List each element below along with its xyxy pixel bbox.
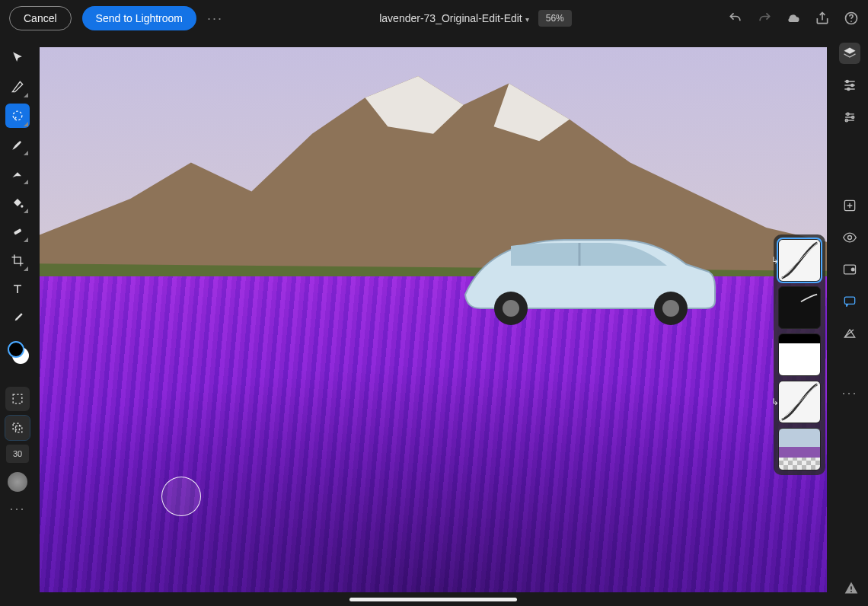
cancel-button[interactable]: Cancel [9,6,72,30]
svg-rect-5 [13,394,22,403]
svg-point-16 [847,88,850,90]
layer-properties-icon[interactable] [839,75,860,96]
layer-thumbnails-panel[interactable]: ↳ ↳ [774,234,825,475]
selection-add-mode[interactable] [5,387,30,411]
move-tool[interactable] [5,46,30,70]
cloud-icon[interactable] [786,11,801,26]
adjustments-icon[interactable] [839,107,860,128]
mask-icon[interactable] [839,259,860,280]
svg-line-25 [779,240,820,281]
svg-line-26 [779,381,820,423]
document-canvas[interactable] [40,47,827,592]
brush-hardness-preview[interactable] [8,472,27,492]
top-ellipsis-icon[interactable]: ··· [207,11,223,27]
eyedropper-tool[interactable] [5,306,30,330]
layer-thumb[interactable] [778,333,821,376]
image-car [458,211,716,325]
svg-rect-24 [844,297,854,304]
link-icon: ↳ [771,255,779,266]
svg-point-1 [850,21,852,22]
svg-point-14 [846,80,848,82]
help-icon[interactable] [844,11,859,26]
svg-point-11 [503,300,519,317]
home-indicator [349,598,517,601]
left-ellipsis-icon[interactable]: ··· [9,501,25,517]
svg-rect-6 [13,423,19,429]
link-icon: ↳ [771,397,779,407]
undo-icon[interactable] [728,11,743,26]
svg-point-21 [848,236,852,240]
selection-subtract-mode[interactable] [5,416,30,440]
brush-cursor [161,477,201,516]
svg-rect-4 [14,228,22,235]
selection-brush-tool[interactable] [5,104,30,128]
crop-tool[interactable] [5,248,30,273]
layer-thumb[interactable]: ↳ [778,239,821,282]
right-ellipsis-icon[interactable]: ··· [841,385,857,401]
left-toolbar: 30 ··· [0,37,35,606]
svg-point-3 [21,205,23,207]
add-layer-icon[interactable] [839,195,860,216]
healing-tool[interactable] [5,219,30,244]
foreground-background-color[interactable] [6,341,29,364]
svg-point-23 [851,268,855,272]
layers-panel-icon[interactable] [839,43,860,64]
layer-thumb[interactable] [778,286,821,329]
send-to-lightroom-button[interactable]: Send to Lightroom [82,6,196,30]
fill-tool[interactable] [5,190,30,215]
svg-point-15 [851,84,854,86]
type-tool[interactable] [5,277,30,301]
right-toolbar: ··· [831,37,868,606]
edit-icon[interactable] [839,323,860,344]
transform-tool[interactable] [5,75,30,99]
zoom-level-badge[interactable]: 56% [538,10,572,27]
svg-point-13 [662,300,679,317]
redo-icon[interactable] [757,11,772,26]
share-icon[interactable] [815,11,830,26]
brush-size-value[interactable]: 30 [6,445,29,463]
layer-thumb[interactable]: ↳ [778,381,821,423]
brush-tool[interactable] [5,132,30,157]
comments-icon[interactable] [839,291,860,312]
eraser-tool[interactable] [5,161,30,186]
foreground-color-swatch[interactable] [8,341,24,358]
svg-rect-7 [16,426,22,432]
document-title[interactable]: lavender-73_Original-Edit-Edit▾ [379,11,529,25]
canvas-area[interactable] [35,37,831,606]
layer-thumb[interactable] [778,428,821,470]
visibility-icon[interactable] [839,227,860,248]
